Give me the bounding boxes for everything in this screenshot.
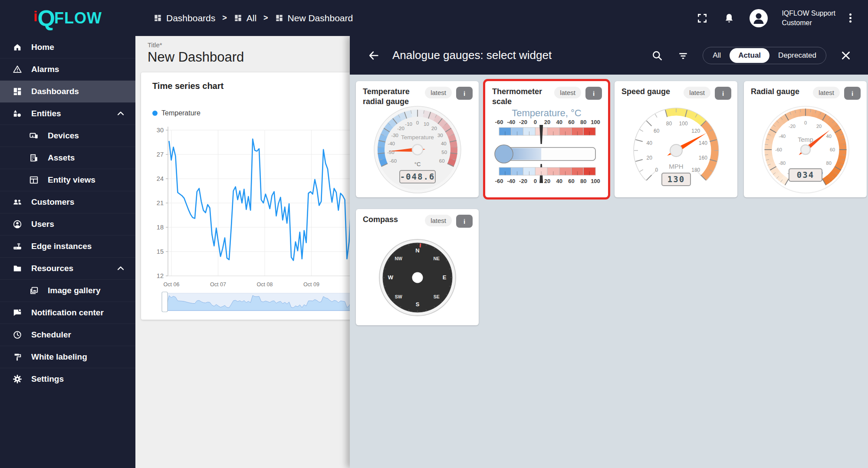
- chart-legend[interactable]: Temperature: [152, 109, 350, 117]
- time-series-svg: 30272421181512Oct 06Oct 07Oct 08Oct 09: [146, 121, 350, 318]
- latest-badge: latest: [813, 87, 840, 98]
- svg-text:N: N: [415, 247, 419, 254]
- title-field-value[interactable]: New Dashboard: [148, 49, 350, 65]
- app-logo[interactable]: iQFLOW: [0, 7, 135, 29]
- widget-card-temperature-radial-gauge[interactable]: Temperature radial gaugelatesti-60-50-40…: [356, 81, 479, 197]
- user-info[interactable]: IQFLOW Support Customer: [782, 9, 835, 27]
- latest-badge: latest: [684, 87, 710, 98]
- svg-text:60: 60: [829, 147, 835, 152]
- widget-card-radial-gauge[interactable]: Radial gaugelatesti-100-80-60-40-2002040…: [744, 81, 867, 197]
- sidebar-item-home[interactable]: Home: [0, 36, 135, 58]
- sidebar-item-edge-instances[interactable]: Edge instances: [0, 235, 135, 257]
- widget-card-thermometer-scale[interactable]: Thermometer scalelatestiTemperature, °C-…: [485, 81, 608, 197]
- breadcrumb-label: New Dashboard: [288, 13, 353, 23]
- info-button[interactable]: i: [456, 87, 473, 100]
- svg-text:Temperature: Temperature: [401, 134, 434, 141]
- svg-text:-40: -40: [507, 178, 515, 184]
- svg-text:Oct 06: Oct 06: [164, 281, 180, 288]
- app-root: iQFLOW Dashboards>All>New Dashboard IQFL…: [0, 0, 868, 468]
- search-icon[interactable]: [651, 49, 664, 62]
- svg-text:24: 24: [157, 175, 164, 182]
- filter-icon[interactable]: [677, 49, 690, 62]
- widget-card-speed-gauge[interactable]: Speed gaugelatesti0204060801001201401601…: [615, 81, 737, 197]
- svg-text:40: 40: [556, 178, 562, 184]
- svg-text:-20: -20: [519, 119, 527, 125]
- sidebar-item-entities[interactable]: Entities: [0, 102, 135, 124]
- thermometer-title: Temperature, °C: [512, 108, 581, 119]
- svg-text:0: 0: [533, 178, 536, 184]
- info-button[interactable]: i: [844, 87, 861, 100]
- svg-text:160: 160: [698, 155, 707, 161]
- user-role: Customer: [782, 18, 835, 28]
- svg-text:60: 60: [568, 119, 574, 125]
- sidebar-item-entity-views[interactable]: Entity views: [0, 169, 135, 191]
- svg-text:15: 15: [157, 248, 164, 255]
- svg-text:80: 80: [580, 119, 586, 125]
- gauge-preview-speed-gauge: 020406080100120140160180MPH130: [615, 104, 737, 196]
- sidebar-item-assets[interactable]: Assets: [0, 147, 135, 169]
- customers-icon: [12, 197, 23, 207]
- sidebar-item-label: Scheduler: [31, 330, 126, 340]
- svg-text:-40: -40: [388, 141, 395, 146]
- widget-cards-grid: Temperature radial gaugelatesti-60-50-40…: [356, 81, 868, 325]
- svg-text:SE: SE: [433, 294, 439, 299]
- breadcrumb-item-dashboards[interactable]: Dashboards: [154, 13, 215, 23]
- notifications-bell-icon[interactable]: [723, 12, 736, 25]
- sidebar-item-customers[interactable]: Customers: [0, 191, 135, 213]
- filter-option-deprecated[interactable]: Deprecated: [769, 48, 825, 63]
- entities-icon: [12, 108, 23, 119]
- svg-text:20: 20: [544, 119, 550, 125]
- avatar[interactable]: [750, 9, 768, 27]
- info-button[interactable]: i: [456, 215, 473, 228]
- widget-card-title: Speed gauge: [621, 87, 679, 97]
- breadcrumb-item-all[interactable]: All: [234, 13, 256, 23]
- users-icon: [12, 219, 23, 229]
- svg-text:30: 30: [157, 127, 164, 134]
- widget-card-compass[interactable]: CompasslatestiNNEESESSWWNW: [356, 209, 479, 325]
- info-button[interactable]: i: [585, 87, 602, 100]
- sidebar-item-white-labeling[interactable]: White labeling: [0, 346, 135, 368]
- sidebar-item-scheduler[interactable]: Scheduler: [0, 324, 135, 346]
- entity-views-icon: [29, 175, 39, 185]
- svg-text:-50: -50: [387, 150, 395, 155]
- more-menu-icon[interactable]: [849, 12, 852, 24]
- dashboard-title-field[interactable]: Title* New Dashboard: [135, 36, 350, 65]
- sidebar-item-image-gallery[interactable]: Image gallery: [0, 279, 135, 301]
- svg-text:40: 40: [556, 119, 562, 125]
- breadcrumb-item-new-dashboard[interactable]: New Dashboard: [275, 13, 353, 23]
- gauge-preview-compass: NNEESESSWWNW: [356, 232, 479, 324]
- info-button[interactable]: i: [715, 87, 731, 100]
- svg-text:-048.6: -048.6: [400, 172, 435, 181]
- sidebar-item-devices[interactable]: Devices: [0, 124, 135, 147]
- chevron-up-icon[interactable]: [115, 108, 126, 119]
- chevron-up-icon[interactable]: [115, 263, 126, 274]
- close-icon[interactable]: [839, 49, 852, 62]
- fullscreen-icon[interactable]: [696, 12, 709, 25]
- title-field-label: Title*: [148, 41, 350, 49]
- widget-picker-overlay: Analogue gauges: select widget AllActual…: [350, 36, 868, 468]
- sidebar-item-label: Home: [31, 43, 126, 52]
- sidebar-item-dashboards[interactable]: Dashboards: [0, 80, 135, 102]
- sidebar-item-resources[interactable]: Resources: [0, 257, 135, 279]
- sidebar-item-notification-center[interactable]: Notification center: [0, 301, 135, 324]
- breadcrumb-separator: >: [263, 13, 268, 23]
- back-arrow-icon[interactable]: [366, 48, 381, 63]
- sidebar-item-settings[interactable]: Settings: [0, 368, 135, 390]
- top-header: iQFLOW Dashboards>All>New Dashboard IQFL…: [0, 0, 868, 36]
- sidebar-item-alarms[interactable]: Alarms: [0, 58, 135, 80]
- image-gallery-icon: [29, 285, 39, 296]
- minimap-handle[interactable]: [162, 292, 168, 312]
- sidebar-item-users[interactable]: Users: [0, 213, 135, 235]
- svg-text:E: E: [442, 274, 446, 281]
- svg-text:20: 20: [816, 124, 821, 129]
- filter-option-actual[interactable]: Actual: [730, 48, 769, 63]
- svg-text:40: 40: [441, 141, 446, 146]
- svg-text:120: 120: [691, 128, 700, 134]
- logo-text: FLOW: [54, 9, 102, 27]
- svg-text:Temp: Temp: [798, 136, 813, 143]
- sidebar-item-label: Entity views: [48, 175, 126, 185]
- filter-option-all[interactable]: All: [704, 48, 730, 63]
- logo-i: i: [33, 8, 37, 25]
- svg-text:0: 0: [655, 167, 658, 173]
- time-series-widget[interactable]: Time series chart Temperature 3027242118…: [141, 72, 350, 320]
